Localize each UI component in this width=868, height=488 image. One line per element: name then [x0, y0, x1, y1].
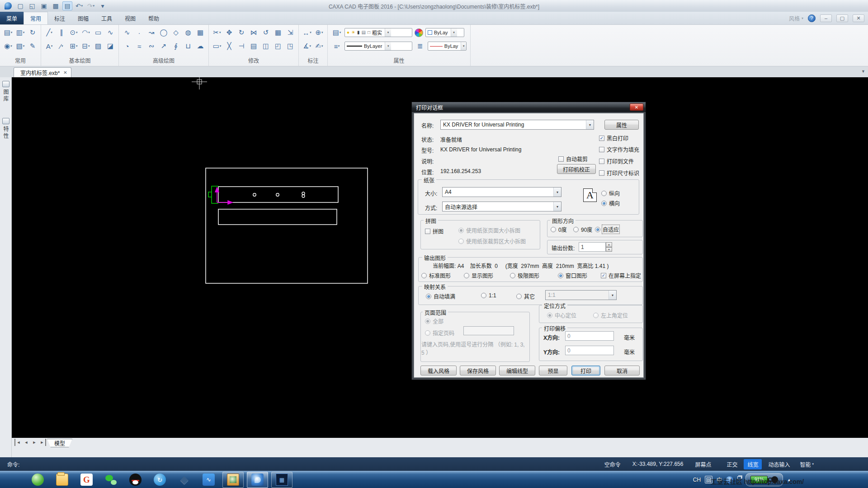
save-as-icon[interactable]: ▩ — [51, 1, 61, 10]
menu-button[interactable]: 菜单 — [0, 12, 24, 24]
block-icon[interactable]: ⊞▾ — [68, 40, 79, 52]
caxa-logo-icon[interactable] — [3, 1, 14, 10]
new-file-icon[interactable]: ▢ — [15, 1, 25, 10]
linestyle-icon[interactable]: ≣ — [415, 40, 425, 52]
circle-icon[interactable]: ⊙▾ — [68, 27, 79, 38]
toggle-ortho[interactable]: 正交 — [723, 459, 741, 469]
display-graphic-radio[interactable]: 显示图形 — [464, 272, 493, 279]
prev-sheet-icon[interactable]: ◄ — [23, 439, 30, 446]
layer-combo[interactable]: ● ☀ ▮ ▤ □ 粗实 ▾ — [344, 28, 412, 37]
cancel-button[interactable]: 取消 — [604, 366, 640, 375]
gougou[interactable]: G — [76, 472, 97, 488]
ellipse-icon[interactable]: ◯ — [158, 27, 169, 38]
tab-view[interactable]: 视图 — [118, 12, 142, 24]
standard-graphic-radio[interactable]: 标准图形 — [421, 272, 451, 279]
extend-icon[interactable]: ⊣ — [236, 40, 247, 52]
paper-source-combo[interactable]: 自动来源选择 ▾ — [442, 202, 561, 211]
page-numbers-input[interactable] — [463, 326, 514, 335]
block-edit-icon[interactable]: ◰ — [273, 40, 283, 52]
next-sheet-icon[interactable]: ► — [31, 439, 38, 446]
linewidth-list-icon[interactable]: ≡▾ — [331, 40, 342, 52]
hatch-line-icon[interactable]: ∕▾ — [56, 40, 67, 52]
file-explorer[interactable] — [52, 472, 73, 488]
battery-icon[interactable]: 91% — [750, 476, 768, 483]
sidebar-tab-library[interactable]: 图库 — [0, 79, 11, 104]
first-sheet-icon[interactable]: ◄ — [14, 439, 22, 446]
erase-icon[interactable]: ✂▾ — [212, 27, 222, 38]
zigzag-icon[interactable]: ∾ — [146, 40, 157, 52]
copy-icon[interactable]: ▥▾ — [15, 27, 26, 38]
open-file-icon[interactable]: ◱ — [27, 1, 37, 10]
dialog-title-bar[interactable]: 打印对话框 — [412, 102, 646, 112]
color-wheel-icon[interactable] — [415, 28, 423, 37]
page-numbers-radio[interactable]: 指定页码 — [425, 329, 454, 337]
rectangle-icon[interactable]: ▭ — [93, 27, 104, 38]
arc-icon[interactable]: ◠▾ — [80, 27, 91, 38]
tab-help[interactable]: 帮助 — [142, 12, 165, 24]
sync-360[interactable]: ↻ — [149, 472, 170, 488]
cloud-icon[interactable]: ☁ — [195, 40, 206, 52]
tile-by-clip-radio[interactable]: 使用纸张裁剪区大小拆图 — [458, 237, 526, 245]
bw-print-checkbox[interactable]: ✓黑白打印 — [599, 134, 628, 142]
one-to-one-radio[interactable]: 1:1 — [481, 292, 496, 299]
tiling-checkbox[interactable]: 拼图 — [425, 227, 443, 235]
command-prompt[interactable]: 命令: — [7, 460, 19, 468]
load-style-button[interactable]: 载入风格 — [420, 366, 457, 375]
move-icon[interactable]: ✥ — [224, 27, 235, 38]
edit-dim-icon[interactable]: ✍▾ — [314, 40, 325, 52]
auto-fill-radio[interactable]: 自动填满 — [426, 292, 455, 300]
undo-icon[interactable]: ↶▾ — [74, 1, 84, 10]
dimension-icon[interactable]: ↔▾ — [302, 27, 312, 38]
qq[interactable] — [125, 472, 146, 488]
tab-sheet[interactable]: 图幅 — [71, 12, 95, 24]
curve-icon[interactable]: ↝ — [146, 27, 157, 38]
wechat[interactable] — [100, 472, 122, 488]
cad-window[interactable]: ▦ — [271, 472, 292, 488]
linetype-combo[interactable]: ByLayer ▾ — [344, 42, 412, 51]
save-style-button[interactable]: 保存风格 — [460, 366, 496, 375]
caxa-cad[interactable] — [247, 472, 268, 488]
virtualbox[interactable]: ◆ — [174, 472, 195, 488]
dim-quick-icon[interactable]: ⊟▾ — [80, 40, 91, 52]
show-hidden-icons[interactable]: ▲ — [787, 478, 791, 482]
printer-properties-button[interactable]: 属性 — [604, 120, 639, 130]
edit-linetype-button[interactable]: 编辑线型 — [499, 366, 535, 375]
wave-icon[interactable]: ≈ — [134, 40, 145, 52]
model-tab[interactable]: 模型 — [47, 439, 72, 447]
tab-list-icon[interactable]: ▼ — [861, 69, 865, 74]
ime-options-icon[interactable]: ▾ — [737, 476, 741, 483]
toggle-linewidth[interactable]: 线宽 — [744, 459, 762, 469]
point-mode[interactable]: 屏幕点 — [695, 460, 711, 468]
rotate-icon[interactable]: ↻ — [236, 27, 247, 38]
print-size-mark-checkbox[interactable]: 打印尺寸标识 — [599, 169, 639, 177]
document-tab[interactable]: 室内机标签.exb* ✕ — [14, 67, 71, 77]
style-dropdown[interactable]: 风格 ▾ — [789, 14, 803, 22]
arrow-icon[interactable]: ↗ — [158, 40, 169, 52]
print-button[interactable]: 打印 — [571, 366, 600, 375]
copies-input[interactable] — [579, 242, 606, 252]
save-icon[interactable]: ▣ — [39, 1, 49, 10]
help-icon[interactable]: ? — [808, 14, 816, 22]
portrait-radio[interactable]: 纵向 — [601, 189, 620, 197]
text-as-fill-checkbox[interactable]: 文字作为填充 — [599, 145, 639, 153]
print-icon[interactable]: ▤ — [62, 1, 72, 10]
color-combo[interactable]: ByLay ▾ — [425, 28, 464, 37]
spline-icon[interactable]: ∿ — [105, 27, 116, 38]
grid-icon[interactable]: ▨ — [93, 40, 104, 52]
rotate-angle-icon[interactable]: ↺ — [260, 27, 271, 38]
start-button[interactable] — [3, 472, 24, 488]
tangent-circle-icon[interactable]: ◍ — [183, 27, 193, 38]
paper-size-combo[interactable]: A4 ▾ — [442, 187, 561, 197]
point-icon[interactable]: · — [134, 27, 145, 38]
landscape-radio[interactable]: 横向 — [601, 199, 620, 207]
tab-annotate[interactable]: 标注 — [48, 12, 71, 24]
rotate-0-radio[interactable]: 0度 — [551, 225, 567, 233]
paste-obj-icon[interactable]: ◫ — [260, 40, 271, 52]
auto-crop-checkbox[interactable]: 自动裁剪 — [558, 155, 588, 163]
format-brush-icon[interactable]: ✎ — [27, 40, 38, 52]
mirror-icon[interactable]: ⋈ — [248, 27, 259, 38]
pie-icon[interactable]: ◔ — [122, 40, 132, 52]
on-screen-checkbox[interactable]: ✓在屏幕上指定 — [601, 272, 641, 279]
parallel-icon[interactable]: ∥ — [56, 27, 67, 38]
window-graphic-radio[interactable]: 窗口图形 — [558, 272, 587, 279]
